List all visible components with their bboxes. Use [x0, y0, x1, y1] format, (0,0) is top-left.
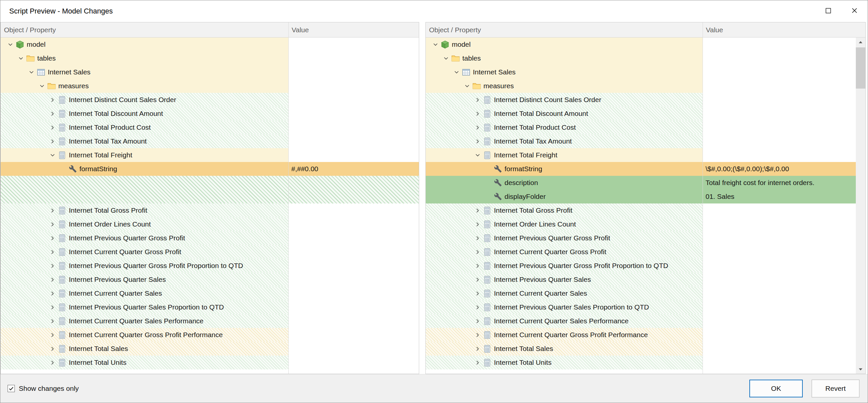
expander-toggle[interactable]: [472, 259, 483, 273]
expander-toggle[interactable]: [16, 52, 26, 65]
tree-row[interactable]: Internet Total Product Cost: [426, 121, 856, 134]
tree-row[interactable]: Internet Previous Quarter Gross Profit P…: [1, 259, 419, 273]
tree-row[interactable]: Internet Total Units: [426, 356, 856, 369]
tree-row[interactable]: Internet Current Quarter Sales Performan…: [1, 314, 419, 328]
tree-row[interactable]: Internet Previous Quarter Gross Profit P…: [426, 259, 856, 273]
tree-row[interactable]: Internet Total Units: [1, 356, 419, 369]
tree-row[interactable]: Internet Current Quarter Sales: [1, 287, 419, 300]
column-header-value[interactable]: Value: [706, 22, 723, 37]
tree-row[interactable]: Internet Sales: [1, 65, 419, 79]
tree-row[interactable]: Internet Total Discount Amount: [426, 107, 856, 121]
tree-row[interactable]: Internet Previous Quarter Sales: [426, 273, 856, 287]
tree-row[interactable]: Internet Total Sales: [1, 342, 419, 356]
column-header-object-property[interactable]: Object / Property: [4, 22, 56, 37]
tree-row[interactable]: Internet Sales: [426, 65, 856, 79]
expander-toggle[interactable]: [47, 121, 58, 134]
expander-toggle[interactable]: [451, 65, 462, 79]
tree-row[interactable]: Internet Total Freight: [426, 148, 856, 162]
tree-row[interactable]: Internet Total Tax Amount: [1, 134, 419, 148]
tree-row[interactable]: Internet Total Tax Amount: [426, 134, 856, 148]
column-divider[interactable]: [288, 22, 289, 374]
tree-row[interactable]: Internet Order Lines Count: [1, 217, 419, 231]
expander-toggle[interactable]: [472, 231, 483, 245]
expander-toggle[interactable]: [47, 342, 58, 356]
tree-row[interactable]: Internet Total Product Cost: [1, 121, 419, 134]
tree-row[interactable]: Internet Current Quarter Gross Profit: [426, 245, 856, 259]
expander-toggle[interactable]: [47, 231, 58, 245]
expander-toggle[interactable]: [47, 314, 58, 328]
expander-toggle[interactable]: [47, 134, 58, 148]
column-header-value[interactable]: Value: [292, 22, 309, 37]
expander-toggle[interactable]: [47, 273, 58, 287]
expander-toggle[interactable]: [472, 356, 483, 369]
tree-row[interactable]: descriptionTotal freight cost for intern…: [426, 176, 856, 190]
expander-toggle[interactable]: [47, 93, 58, 107]
expander-toggle[interactable]: [472, 314, 483, 328]
maximize-button[interactable]: [815, 0, 841, 22]
expander-toggle[interactable]: [472, 342, 483, 356]
expander-toggle[interactable]: [47, 107, 58, 121]
tree-row[interactable]: Internet Total Freight: [1, 148, 419, 162]
expander-toggle[interactable]: [472, 148, 483, 162]
expander-toggle[interactable]: [5, 37, 16, 52]
tree-row[interactable]: Internet Previous Quarter Sales: [1, 273, 419, 287]
tree-row[interactable]: tables: [426, 52, 856, 65]
tree-row[interactable]: Internet Previous Quarter Sales Proporti…: [426, 300, 856, 314]
expander-toggle[interactable]: [472, 134, 483, 148]
tree-row[interactable]: Internet Current Quarter Sales Performan…: [426, 314, 856, 328]
vertical-scrollbar[interactable]: [856, 37, 865, 374]
expander-toggle[interactable]: [47, 300, 58, 314]
expander-toggle[interactable]: [47, 356, 58, 369]
expander-toggle[interactable]: [472, 300, 483, 314]
expander-toggle[interactable]: [472, 245, 483, 259]
expander-toggle[interactable]: [47, 217, 58, 231]
expander-toggle[interactable]: [472, 273, 483, 287]
tree-row[interactable]: model: [426, 37, 856, 52]
tree-row[interactable]: Internet Total Discount Amount: [1, 107, 419, 121]
expander-toggle[interactable]: [441, 52, 451, 65]
expander-toggle[interactable]: [472, 107, 483, 121]
expander-toggle[interactable]: [472, 217, 483, 231]
tree-row[interactable]: Internet Order Lines Count: [426, 217, 856, 231]
tree-row[interactable]: Internet Current Quarter Gross Profit Pe…: [1, 328, 419, 342]
expander-toggle[interactable]: [37, 79, 47, 93]
expander-toggle[interactable]: [47, 148, 58, 162]
column-header-object-property[interactable]: Object / Property: [429, 22, 481, 37]
tree-row[interactable]: Internet Current Quarter Sales: [426, 287, 856, 300]
tree-row[interactable]: formatString#,##0.00: [1, 162, 419, 176]
tree-row[interactable]: Internet Current Quarter Gross Profit Pe…: [426, 328, 856, 342]
tree-row[interactable]: tables: [1, 52, 419, 65]
expander-toggle[interactable]: [472, 121, 483, 134]
expander-toggle[interactable]: [47, 203, 58, 217]
tree-row[interactable]: displayFolder01. Sales: [426, 190, 856, 203]
revert-button[interactable]: Revert: [812, 380, 860, 397]
expander-toggle[interactable]: [462, 79, 472, 93]
expander-toggle[interactable]: [47, 259, 58, 273]
tree-row[interactable]: Internet Previous Quarter Gross Profit: [1, 231, 419, 245]
expander-toggle[interactable]: [47, 328, 58, 342]
tree-row[interactable]: formatString\$#,0.00;(\$#,0.00);\$#,0.00: [426, 162, 856, 176]
tree-row[interactable]: Internet Previous Quarter Gross Profit: [426, 231, 856, 245]
tree-row[interactable]: Internet Total Sales: [426, 342, 856, 356]
tree-row[interactable]: Internet Current Quarter Gross Profit: [1, 245, 419, 259]
tree-row[interactable]: Internet Distinct Count Sales Order: [426, 93, 856, 107]
tree-row[interactable]: Internet Distinct Count Sales Order: [1, 93, 419, 107]
scroll-up-button[interactable]: [856, 37, 865, 47]
close-button[interactable]: [841, 0, 868, 22]
tree-row[interactable]: Internet Total Gross Profit: [426, 203, 856, 217]
expander-toggle[interactable]: [430, 37, 441, 52]
expander-toggle[interactable]: [472, 287, 483, 300]
ok-button[interactable]: OK: [749, 380, 803, 397]
tree-row[interactable]: measures: [426, 79, 856, 93]
expander-toggle[interactable]: [472, 93, 483, 107]
expander-toggle[interactable]: [472, 328, 483, 342]
expander-toggle[interactable]: [26, 65, 37, 79]
scrollbar-thumb[interactable]: [856, 47, 865, 89]
tree-row[interactable]: model: [1, 37, 419, 52]
expander-toggle[interactable]: [47, 245, 58, 259]
expander-toggle[interactable]: [472, 203, 483, 217]
tree-row[interactable]: Internet Total Gross Profit: [1, 203, 419, 217]
expander-toggle[interactable]: [47, 287, 58, 300]
tree-row[interactable]: measures: [1, 79, 419, 93]
column-divider[interactable]: [703, 22, 703, 374]
